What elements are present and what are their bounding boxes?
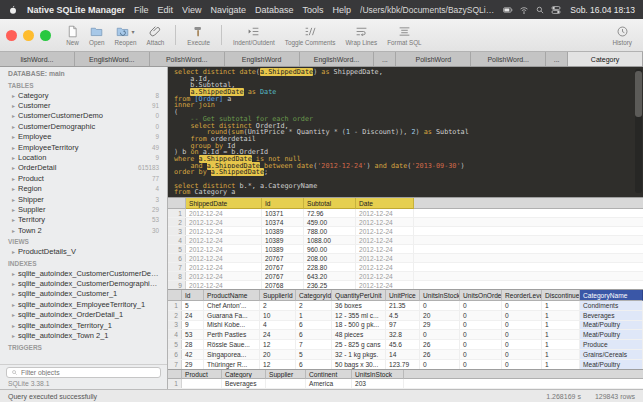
- toolbar-button-format-sql[interactable]: Format SQL: [382, 19, 426, 51]
- table-row[interactable]: 1BeveragesAmerica203: [168, 379, 643, 389]
- sidebar-item-shipper[interactable]: ▸Shipper3: [0, 194, 167, 204]
- disclosure-triangle-icon[interactable]: ▸: [12, 196, 15, 203]
- toolbar-button-wrap-lines[interactable]: Wrap Lines: [341, 19, 383, 51]
- filter-objects-field[interactable]: [6, 367, 161, 378]
- column-header-quantityperunit[interactable]: QuantityPerUnit: [332, 290, 386, 301]
- tab-polishword-2[interactable]: PolishWord...: [150, 52, 225, 66]
- table-row[interactable]: 62012-12-2420767208.002012-12-24: [168, 254, 643, 263]
- sidebar-item-orderdetail[interactable]: ▸OrderDetail615183: [0, 163, 167, 173]
- column-header-unitsinstock[interactable]: UnitsInStock: [420, 290, 460, 301]
- column-header-discontinued[interactable]: Discontinued: [542, 290, 580, 301]
- column-header-productname[interactable]: ProductName: [204, 290, 260, 301]
- sidebar-item-category[interactable]: ▸Category8: [0, 90, 167, 100]
- chevron-down-icon[interactable]: ▾: [131, 28, 134, 35]
- column-header-date[interactable]: Date: [356, 198, 414, 209]
- menu-view[interactable]: View: [182, 5, 201, 15]
- sidebar-item-customerdemographic[interactable]: ▸CustomerDemographic0: [0, 121, 167, 131]
- disclosure-triangle-icon[interactable]: ▸: [12, 175, 15, 182]
- disclosure-triangle-icon[interactable]: ▸: [12, 216, 15, 223]
- close-button[interactable]: [6, 30, 17, 41]
- tab-englishword-1[interactable]: EnglishWord...: [75, 52, 150, 66]
- sidebar-item-location[interactable]: ▸Location9: [0, 152, 167, 162]
- disclosure-triangle-icon[interactable]: ▸: [12, 311, 15, 318]
- battery-icon[interactable]: [503, 5, 513, 15]
- sidebar-item-employee[interactable]: ▸Employee9: [0, 132, 167, 142]
- disclosure-triangle-icon[interactable]: ▸: [12, 227, 15, 234]
- menu-edit[interactable]: Edit: [158, 5, 174, 15]
- table-row[interactable]: 528Rössle Saue...12725 - 825 g cans45.62…: [168, 340, 643, 350]
- menu-file[interactable]: File: [134, 5, 149, 15]
- apple-menu-icon[interactable]: [8, 5, 18, 15]
- sidebar-item-supplier[interactable]: ▸Supplier29: [0, 204, 167, 214]
- tab-polishword-7[interactable]: PolishWord...: [471, 52, 546, 66]
- table-row[interactable]: 92012-12-2420768236.252012-12-24: [168, 281, 643, 289]
- table-row[interactable]: 224Guaraná Fa...10112 - 355 ml c...4.520…: [168, 311, 643, 321]
- toolbar-button-execute[interactable]: Execute: [182, 19, 215, 51]
- table-row[interactable]: 52012-12-2410389960.002012-12-24: [168, 245, 643, 254]
- wifi-icon[interactable]: [519, 5, 529, 15]
- history-button[interactable]: History: [607, 19, 637, 51]
- menu-help[interactable]: Help: [333, 5, 352, 15]
- sidebar-item-town-2[interactable]: ▸Town 230: [0, 225, 167, 235]
- menu-navigate[interactable]: Navigate: [210, 5, 246, 15]
- tab-overflow-5[interactable]: ...: [374, 52, 396, 66]
- table-row[interactable]: 15Chef Anton'...2236 boxes21.350001Condi…: [168, 301, 643, 311]
- toolbar-button-new[interactable]: New: [61, 19, 84, 51]
- tab-englishword-4[interactable]: EnglishWord...: [300, 52, 375, 66]
- toolbar-button-reopen[interactable]: ▾Reopen: [109, 19, 141, 51]
- editor-scrollbar-thumb[interactable]: [635, 71, 642, 117]
- menu-database[interactable]: Database: [255, 5, 294, 15]
- table-row[interactable]: 22012-12-2410374459.002012-12-24: [168, 218, 643, 227]
- control-center-icon[interactable]: [551, 5, 561, 15]
- column-header-supplier[interactable]: Supplier: [266, 370, 306, 379]
- sidebar-item-sqlite-autoindex-territory-1[interactable]: ▸sqlite_autoindex_Territory_1: [0, 320, 167, 330]
- tab-polishword-6[interactable]: PolishWord: [396, 52, 471, 66]
- toolbar-button-open[interactable]: Open: [84, 19, 109, 51]
- disclosure-triangle-icon[interactable]: ▸: [12, 322, 15, 329]
- column-header-category[interactable]: Category: [222, 370, 266, 379]
- toolbar-button-attach[interactable]: Attach: [141, 19, 169, 51]
- sidebar-item-sqlite-autoindex-employeeterritory-1[interactable]: ▸sqlite_autoindex_EmployeeTerritory_1: [0, 299, 167, 309]
- toolbar-button-toggle-comments[interactable]: Toggle Comments: [280, 19, 341, 51]
- menubar-clock[interactable]: Sob. 16.04 18:13: [570, 5, 635, 15]
- disclosure-triangle-icon[interactable]: ▸: [12, 164, 15, 171]
- sidebar-item-sqlite-autoindex-customer-1[interactable]: ▸sqlite_autoindex_Customer_1: [0, 289, 167, 299]
- column-header-categoryname[interactable]: CategoryName: [580, 290, 643, 301]
- column-header-subtotal[interactable]: Subtotal: [304, 198, 356, 209]
- disclosure-triangle-icon[interactable]: ▸: [12, 133, 15, 140]
- disclosure-triangle-icon[interactable]: ▸: [12, 154, 15, 161]
- column-header-categoryid[interactable]: CategoryId: [296, 290, 332, 301]
- table-row[interactable]: 12012-12-241037172.962012-12-24: [168, 209, 643, 218]
- zoom-button[interactable]: [40, 30, 51, 41]
- column-header-unitprice[interactable]: UnitPrice: [386, 290, 420, 301]
- table-row[interactable]: 42012-12-24103891088.002012-12-24: [168, 236, 643, 245]
- disclosure-triangle-icon[interactable]: ▸: [12, 144, 15, 151]
- disclosure-triangle-icon[interactable]: ▸: [12, 123, 15, 130]
- column-header-supplierid[interactable]: SupplierId: [260, 290, 296, 301]
- spotlight-icon[interactable]: [535, 5, 545, 15]
- disclosure-triangle-icon[interactable]: ▸: [12, 270, 15, 277]
- disclosure-triangle-icon[interactable]: ▸: [12, 102, 15, 109]
- column-header-continent[interactable]: Continent: [306, 370, 352, 379]
- disclosure-triangle-icon[interactable]: ▸: [12, 332, 15, 339]
- disclosure-triangle-icon[interactable]: ▸: [12, 290, 15, 297]
- sidebar-item-customer[interactable]: ▸Customer91: [0, 100, 167, 110]
- disclosure-triangle-icon[interactable]: ▸: [12, 92, 15, 99]
- disclosure-triangle-icon[interactable]: ▸: [12, 248, 15, 255]
- column-header-id[interactable]: Id: [182, 290, 204, 301]
- menu-tools[interactable]: Tools: [302, 5, 323, 15]
- column-header-unitsinstock[interactable]: UnitsInStock: [352, 370, 404, 379]
- sidebar-item-employeeterritory[interactable]: ▸EmployeeTerritory49: [0, 142, 167, 152]
- disclosure-triangle-icon[interactable]: ▸: [12, 280, 15, 287]
- sidebar-item-customercustomerdemo[interactable]: ▸CustomerCustomerDemo0: [0, 111, 167, 121]
- tab-lishword-0[interactable]: lishWord...: [0, 52, 75, 66]
- tab-overflow-8[interactable]: ...: [546, 52, 568, 66]
- table-row[interactable]: 82012-12-2420767643.202012-12-24: [168, 272, 643, 281]
- minimize-button[interactable]: [23, 30, 34, 41]
- column-header-reorderlevel[interactable]: ReorderLevel: [502, 290, 542, 301]
- toolbar-button-indent-outdent[interactable]: Indent/Outdent: [228, 19, 280, 51]
- tab-englishword-3[interactable]: EnglishWord: [225, 52, 300, 66]
- column-header-product[interactable]: Product: [182, 370, 222, 379]
- sidebar-item-productdetails-v[interactable]: ▸ProductDetails_V: [0, 246, 167, 256]
- table-row[interactable]: 642Singaporea...20532 - 1 kg pkgs.142600…: [168, 350, 643, 360]
